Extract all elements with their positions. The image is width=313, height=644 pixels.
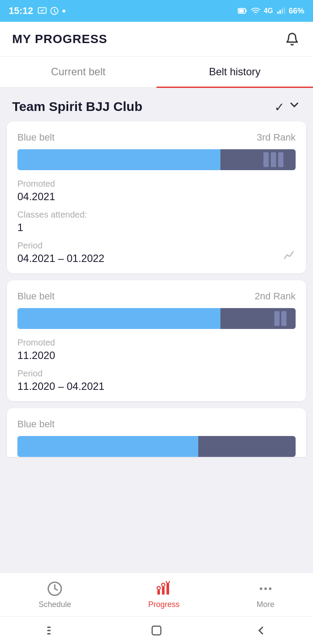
svg-rect-21 — [152, 626, 161, 635]
belt-card-3-name: Blue belt — [17, 419, 55, 430]
belt-bar-blue-fill — [17, 149, 220, 170]
period-value-2: 11.2020 – 04.2021 — [17, 380, 296, 392]
wifi-icon — [251, 6, 260, 16]
signal-icon: 4G — [264, 7, 273, 15]
belt-card-2-bar — [17, 308, 296, 329]
schedule-icon — [46, 580, 63, 597]
belt-bar-2-stripes — [265, 308, 296, 329]
signal-bars-icon — [276, 7, 285, 15]
belt-card-2-rank: 2nd Rank — [255, 291, 296, 302]
period-value-1: 04.2021 – 01.2022 — [17, 252, 283, 265]
belt-bar-2-blue — [17, 308, 220, 329]
period-label-2: Period — [17, 369, 296, 379]
svg-point-12 — [157, 587, 160, 590]
more-label: More — [256, 600, 274, 609]
bottom-spacer — [0, 457, 313, 535]
svg-rect-5 — [280, 10, 281, 13]
svg-rect-4 — [277, 12, 279, 14]
status-time: 15:12 ● — [9, 5, 66, 17]
belt-card-3: Blue belt — [7, 408, 306, 457]
belt-bar-3-blue — [17, 436, 198, 457]
svg-rect-3 — [245, 10, 246, 12]
status-right: 4G 66% — [238, 6, 304, 16]
sys-nav-home[interactable] — [143, 622, 170, 639]
belt-card-2-header: Blue belt 2nd Rank — [17, 291, 296, 302]
tab-current-belt[interactable]: Current belt — [0, 57, 156, 87]
svg-rect-10 — [162, 587, 165, 595]
status-bar: 15:12 ● 4G 66% — [0, 0, 313, 22]
battery-icon — [238, 6, 247, 16]
belt-card-1-name: Blue belt — [17, 132, 55, 143]
trend-icon-1[interactable] — [281, 248, 297, 266]
period-label-1: Period — [17, 241, 283, 251]
belt-card-1: Blue belt 3rd Rank Promoted 04.2021 Clas… — [7, 121, 306, 273]
system-nav — [0, 616, 313, 644]
time-display: 15:12 — [9, 5, 33, 17]
belt-card-1-bar — [17, 149, 296, 170]
club-header: Team Spirit BJJ Club ✓︎ — [0, 88, 313, 121]
svg-rect-9 — [157, 590, 160, 595]
svg-rect-2 — [239, 9, 243, 12]
notifications-button[interactable] — [283, 30, 301, 48]
belt-card-2: Blue belt 2nd Rank Promoted 11.2020 Peri… — [7, 280, 306, 401]
progress-icon — [155, 580, 173, 597]
period-section-2: Period 11.2020 – 04.2021 — [17, 369, 296, 392]
period-section-1: Period 04.2021 – 01.2022 — [17, 241, 283, 265]
belt-card-2-footer: Period 11.2020 – 04.2021 — [17, 369, 296, 392]
belt-card-1-header: Blue belt 3rd Rank — [17, 132, 296, 143]
svg-point-17 — [269, 587, 271, 590]
nav-item-progress[interactable]: Progress — [148, 580, 180, 609]
classes-label-1: Classes attended: — [17, 210, 296, 220]
battery-percent: 66% — [289, 7, 304, 16]
belt-card-1-footer: Period 04.2021 – 01.2022 — [17, 241, 296, 265]
more-icon — [257, 580, 274, 597]
svg-rect-6 — [282, 9, 283, 14]
belt-card-2-name: Blue belt — [17, 291, 55, 302]
status-icons: ● — [37, 6, 66, 16]
classes-value-1: 1 — [17, 221, 296, 234]
stripe-2 — [271, 152, 276, 167]
tabs-container: Current belt Belt history — [0, 57, 313, 88]
svg-point-14 — [166, 581, 170, 583]
page-title: MY PROGRESS — [12, 32, 107, 46]
progress-label: Progress — [148, 600, 180, 609]
sys-nav-back[interactable] — [248, 622, 274, 639]
svg-rect-7 — [284, 7, 285, 14]
promoted-date-2: 11.2020 — [17, 349, 296, 362]
nav-item-schedule[interactable]: Schedule — [39, 580, 71, 609]
club-dropdown-button[interactable]: ✓︎ — [274, 98, 301, 114]
svg-point-15 — [260, 587, 262, 590]
belt-card-1-rank: 3rd Rank — [257, 132, 296, 143]
bottom-nav: Schedule Progress More — [0, 573, 313, 616]
stripe-2-2 — [281, 311, 286, 326]
top-bar: MY PROGRESS — [0, 22, 313, 57]
svg-rect-11 — [166, 584, 169, 595]
promoted-label-2: Promoted — [17, 338, 296, 348]
belt-bar-3-dark — [198, 436, 296, 457]
nav-item-more[interactable]: More — [256, 580, 274, 609]
tab-belt-history[interactable]: Belt history — [156, 57, 313, 87]
svg-point-13 — [162, 583, 165, 587]
stripe-3 — [278, 152, 283, 167]
club-name: Team Spirit BJJ Club — [12, 99, 143, 114]
belt-card-3-bar — [17, 436, 296, 457]
stripe-2-1 — [274, 311, 280, 326]
schedule-label: Schedule — [39, 600, 71, 609]
belt-bar-dark-mid — [220, 149, 251, 170]
svg-point-16 — [264, 587, 267, 590]
sys-nav-menu[interactable] — [39, 622, 65, 639]
belt-card-3-header: Blue belt — [17, 419, 296, 430]
belt-bar-2-dark — [220, 308, 265, 329]
promoted-date-1: 04.2021 — [17, 191, 296, 203]
promoted-label-1: Promoted — [17, 179, 296, 189]
stripe-1 — [263, 152, 269, 167]
belt-bar-stripes — [251, 149, 296, 170]
